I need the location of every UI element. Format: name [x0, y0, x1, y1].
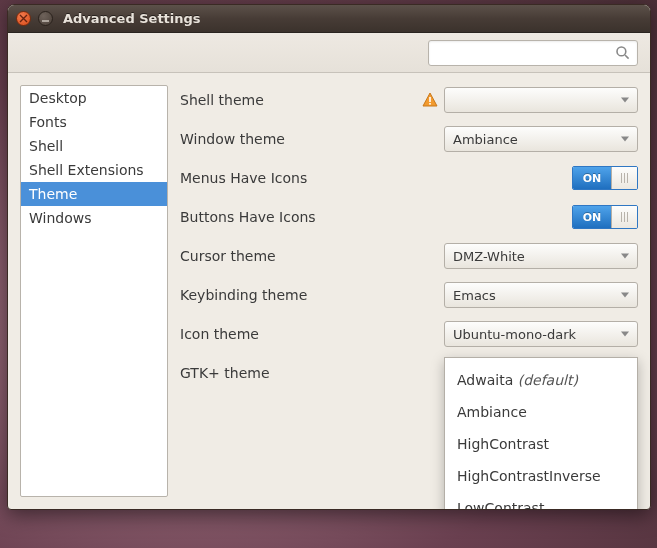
minimize-button[interactable]: [38, 11, 53, 26]
gtk-option-lowcontrast[interactable]: LowContrast: [445, 492, 637, 510]
chevron-down-icon: [621, 137, 629, 142]
content-area: Desktop Fonts Shell Shell Extensions The…: [8, 73, 650, 509]
row-menus-icons: Menus Have Icons ON: [180, 163, 638, 193]
warning-icon: [422, 92, 438, 108]
settings-panel: Shell theme Window theme Ambiance Menus …: [180, 85, 638, 497]
category-sidebar: Desktop Fonts Shell Shell Extensions The…: [20, 85, 168, 497]
chevron-down-icon: [621, 98, 629, 103]
label-keybinding-theme: Keybinding theme: [180, 287, 444, 303]
window-title: Advanced Settings: [63, 11, 201, 26]
label-buttons-icons: Buttons Have Icons: [180, 209, 572, 225]
combo-cursor-theme[interactable]: DMZ-White: [444, 243, 638, 269]
switch-buttons-icons[interactable]: ON: [572, 205, 638, 229]
label-icon-theme: Icon theme: [180, 326, 444, 342]
titlebar: Advanced Settings: [8, 5, 650, 33]
option-label: Adwaita: [457, 372, 513, 388]
sidebar-item-fonts[interactable]: Fonts: [21, 110, 167, 134]
sidebar-item-windows[interactable]: Windows: [21, 206, 167, 230]
combo-icon-theme-value: Ubuntu-mono-dark: [453, 327, 576, 342]
close-button[interactable]: [16, 11, 31, 26]
search-field[interactable]: [428, 40, 638, 66]
close-icon: [19, 14, 28, 23]
search-icon: [615, 45, 631, 61]
combo-keybinding-theme-value: Emacs: [453, 288, 496, 303]
label-shell-theme: Shell theme: [180, 92, 422, 108]
sidebar-item-shell[interactable]: Shell: [21, 134, 167, 158]
gtk-option-highcontrastinverse[interactable]: HighContrastInverse: [445, 460, 637, 492]
chevron-down-icon: [621, 332, 629, 337]
minimize-icon: [41, 14, 50, 23]
toolbar: [8, 33, 650, 73]
sidebar-item-theme[interactable]: Theme: [21, 182, 167, 206]
svg-rect-1: [429, 97, 431, 102]
gtk-theme-popup[interactable]: Adwaita (default) Ambiance HighContrast …: [444, 357, 638, 510]
gtk-option-highcontrast[interactable]: HighContrast: [445, 428, 637, 460]
row-icon-theme: Icon theme Ubuntu-mono-dark: [180, 319, 638, 349]
default-suffix: (default): [518, 372, 578, 388]
row-cursor-theme: Cursor theme DMZ-White: [180, 241, 638, 271]
chevron-down-icon: [621, 293, 629, 298]
switch-menus-icons[interactable]: ON: [572, 166, 638, 190]
switch-on-label: ON: [573, 206, 611, 228]
row-keybinding-theme: Keybinding theme Emacs: [180, 280, 638, 310]
svg-rect-2: [429, 103, 431, 105]
row-shell-theme: Shell theme: [180, 85, 638, 115]
label-menus-icons: Menus Have Icons: [180, 170, 572, 186]
combo-window-theme-value: Ambiance: [453, 132, 518, 147]
advanced-settings-window: Advanced Settings Desktop Fonts Shell Sh…: [7, 4, 651, 510]
switch-on-label: ON: [573, 167, 611, 189]
gtk-option-adwaita[interactable]: Adwaita (default): [445, 364, 637, 396]
combo-window-theme[interactable]: Ambiance: [444, 126, 638, 152]
search-input[interactable]: [435, 44, 615, 61]
gtk-option-ambiance[interactable]: Ambiance: [445, 396, 637, 428]
label-cursor-theme: Cursor theme: [180, 248, 444, 264]
svg-point-0: [617, 47, 626, 56]
chevron-down-icon: [621, 254, 629, 259]
row-buttons-icons: Buttons Have Icons ON: [180, 202, 638, 232]
combo-shell-theme[interactable]: [444, 87, 638, 113]
switch-thumb: [611, 206, 637, 228]
combo-cursor-theme-value: DMZ-White: [453, 249, 525, 264]
sidebar-item-shell-extensions[interactable]: Shell Extensions: [21, 158, 167, 182]
sidebar-item-desktop[interactable]: Desktop: [21, 86, 167, 110]
switch-thumb: [611, 167, 637, 189]
window-buttons: [16, 11, 53, 26]
label-window-theme: Window theme: [180, 131, 444, 147]
combo-keybinding-theme[interactable]: Emacs: [444, 282, 638, 308]
combo-icon-theme[interactable]: Ubuntu-mono-dark: [444, 321, 638, 347]
row-window-theme: Window theme Ambiance: [180, 124, 638, 154]
